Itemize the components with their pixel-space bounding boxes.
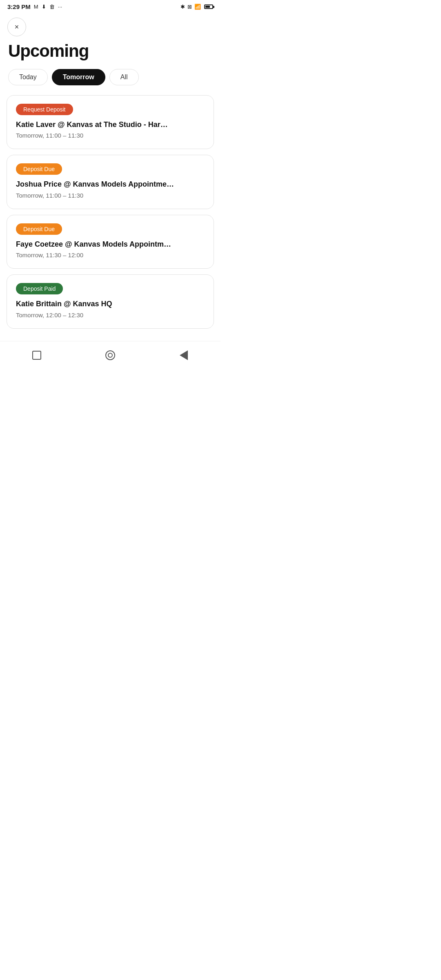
- appointment-card-2[interactable]: Deposit Due Joshua Price @ Kanvas Models…: [7, 155, 214, 209]
- gmail-icon: M: [34, 4, 38, 10]
- appointment-title-4: Katie Brittain @ Kanvas HQ: [16, 299, 205, 309]
- nav-square-icon: [32, 351, 41, 360]
- appointment-title-2: Joshua Price @ Kanvas Models Appointme…: [16, 180, 205, 189]
- bluetooth-icon: ✱: [180, 4, 185, 10]
- more-icon: ···: [58, 4, 62, 10]
- appointment-card-3[interactable]: Deposit Due Faye Coetzee @ Kanvas Models…: [7, 215, 214, 269]
- appointment-time-3: Tomorrow, 11:30 – 12:00: [16, 252, 205, 258]
- tab-today[interactable]: Today: [8, 69, 48, 85]
- nav-home-button[interactable]: [30, 349, 43, 362]
- battery-icon: [204, 4, 213, 9]
- close-icon: ×: [15, 23, 19, 31]
- x-icon: ⊠: [187, 4, 192, 10]
- tab-tomorrow[interactable]: Tomorrow: [52, 69, 105, 85]
- appointment-card-1[interactable]: Request Deposit Katie Laver @ Kanvas at …: [7, 95, 214, 149]
- status-bar: 3:29 PM M ⬇ 🗑 ··· ✱ ⊠ 📶: [0, 0, 220, 13]
- appointment-title-3: Faye Coetzee @ Kanvas Models Appointm…: [16, 240, 205, 249]
- appointments-list: Request Deposit Katie Laver @ Kanvas at …: [0, 95, 220, 329]
- tab-bar: Today Tomorrow All: [0, 69, 220, 95]
- page-title: Upcoming: [0, 40, 220, 69]
- badge-1: Request Deposit: [16, 104, 73, 115]
- appointment-time-2: Tomorrow, 11:00 – 11:30: [16, 192, 205, 199]
- badge-2: Deposit Due: [16, 163, 62, 175]
- appointment-card-4[interactable]: Deposit Paid Katie Brittain @ Kanvas HQ …: [7, 274, 214, 328]
- appointment-time-1: Tomorrow, 11:00 – 11:30: [16, 132, 205, 139]
- close-button[interactable]: ×: [7, 18, 26, 36]
- nav-back-button[interactable]: [104, 349, 117, 362]
- download-icon: ⬇: [42, 4, 46, 10]
- nav-triangle-icon: [180, 350, 188, 360]
- trash-icon: 🗑: [49, 4, 55, 10]
- status-right: ✱ ⊠ 📶: [180, 4, 213, 10]
- status-time: 3:29 PM: [7, 3, 31, 10]
- status-left: 3:29 PM M ⬇ 🗑 ···: [7, 3, 62, 10]
- badge-3: Deposit Due: [16, 223, 62, 235]
- badge-4: Deposit Paid: [16, 283, 63, 294]
- nav-circle-icon: [105, 350, 115, 360]
- nav-recent-button[interactable]: [177, 349, 190, 362]
- wifi-icon: 📶: [194, 4, 201, 10]
- tab-all[interactable]: All: [109, 69, 139, 85]
- appointment-time-4: Tomorrow, 12:00 – 12:30: [16, 312, 205, 318]
- bottom-nav: [0, 341, 220, 370]
- appointment-title-1: Katie Laver @ Kanvas at The Studio - Har…: [16, 120, 205, 129]
